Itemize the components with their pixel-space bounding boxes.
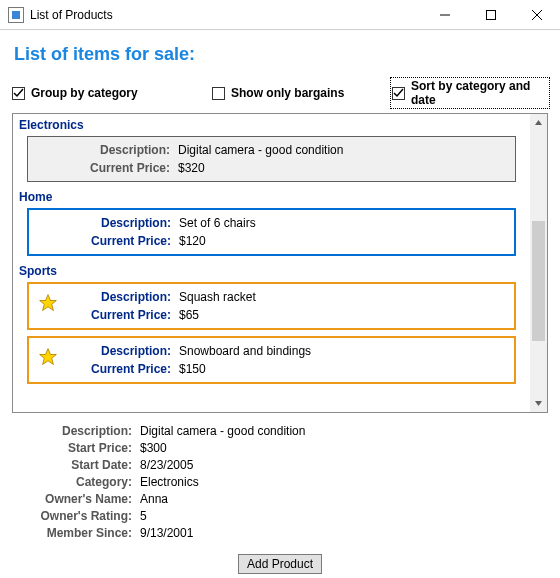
group-header: Electronics	[19, 116, 524, 134]
star-slot	[34, 141, 60, 146]
checkbox-sort-by-category-and-date[interactable]: Sort by category and date	[392, 79, 548, 107]
scroll-up-button[interactable]	[530, 114, 547, 131]
list-item[interactable]: Description: Current Price: Digital came…	[27, 136, 516, 182]
scrollbar[interactable]	[530, 114, 547, 412]
window-title: List of Products	[30, 8, 422, 22]
detail-panel: Description:Digital camera - good condit…	[12, 413, 548, 548]
titlebar: List of Products	[0, 0, 560, 30]
detail-value: 5	[132, 508, 147, 525]
item-labels: Description: Current Price:	[61, 214, 171, 250]
checkbox-show-only-bargains[interactable]: Show only bargains	[212, 79, 392, 107]
list-item[interactable]: Description: Current Price: Set of 6 cha…	[27, 208, 516, 256]
list-item[interactable]: Description: Current Price: Snowboard an…	[27, 336, 516, 384]
checkbox-box	[392, 87, 405, 100]
item-values: Digital camera - good condition $320	[170, 141, 343, 177]
svg-marker-4	[40, 295, 57, 311]
detail-label: Category:	[22, 474, 132, 491]
detail-label: Start Date:	[22, 457, 132, 474]
detail-value: Electronics	[132, 474, 199, 491]
close-button[interactable]	[514, 0, 560, 30]
group-header: Home	[19, 188, 524, 206]
page-title: List of items for sale:	[14, 44, 548, 65]
item-values: Set of 6 chairs $120	[171, 214, 256, 250]
scroll-down-button[interactable]	[530, 395, 547, 412]
svg-marker-6	[535, 120, 542, 125]
star-slot	[35, 214, 61, 219]
minimize-button[interactable]	[422, 0, 468, 30]
product-listbox[interactable]: Electronics Description: Current Price: …	[12, 113, 548, 413]
detail-label: Description:	[22, 423, 132, 440]
list-viewport: Electronics Description: Current Price: …	[13, 114, 530, 412]
scroll-track[interactable]	[530, 131, 547, 395]
checkbox-label: Group by category	[31, 86, 138, 100]
checkbox-label: Show only bargains	[231, 86, 344, 100]
detail-label: Member Since:	[22, 525, 132, 542]
item-labels: Description: Current Price:	[61, 288, 171, 324]
star-icon	[35, 288, 61, 313]
detail-value: Anna	[132, 491, 168, 508]
detail-label: Owner's Name:	[22, 491, 132, 508]
detail-value: 8/23/2005	[132, 457, 193, 474]
detail-value: Digital camera - good condition	[132, 423, 305, 440]
svg-marker-7	[535, 401, 542, 406]
checkbox-box	[12, 87, 25, 100]
detail-label: Start Price:	[22, 440, 132, 457]
app-icon	[8, 7, 24, 23]
svg-marker-5	[40, 349, 57, 365]
item-values: Squash racket $65	[171, 288, 256, 324]
scroll-thumb[interactable]	[532, 221, 545, 341]
options-row: Group by category Show only bargains Sor…	[12, 79, 548, 111]
maximize-button[interactable]	[468, 0, 514, 30]
detail-label: Owner's Rating:	[22, 508, 132, 525]
checkbox-label: Sort by category and date	[411, 79, 548, 107]
item-values: Snowboard and bindings $150	[171, 342, 311, 378]
button-row: Add Product	[12, 548, 548, 574]
group-header: Sports	[19, 262, 524, 280]
detail-value: $300	[132, 440, 167, 457]
list-item[interactable]: Description: Current Price: Squash racke…	[27, 282, 516, 330]
star-icon	[35, 342, 61, 367]
add-product-button[interactable]: Add Product	[238, 554, 322, 574]
svg-rect-1	[487, 10, 496, 19]
checkbox-group-by-category[interactable]: Group by category	[12, 79, 212, 107]
checkbox-box	[212, 87, 225, 100]
item-labels: Description: Current Price:	[60, 141, 170, 177]
client-area: List of items for sale: Group by categor…	[0, 30, 560, 578]
detail-value: 9/13/2001	[132, 525, 193, 542]
item-labels: Description: Current Price:	[61, 342, 171, 378]
